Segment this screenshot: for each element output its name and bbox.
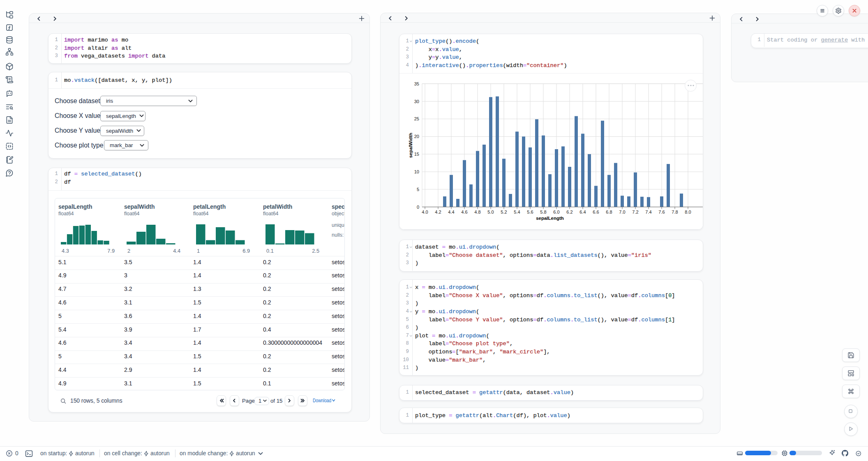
svg-text:4.0: 4.0	[422, 210, 428, 214]
svg-text:4.8: 4.8	[474, 210, 480, 214]
svg-text:4.4: 4.4	[448, 210, 454, 214]
svg-text:6.8: 6.8	[606, 210, 612, 214]
svg-text:20: 20	[414, 134, 419, 139]
svg-text:0: 0	[417, 204, 419, 209]
svg-text:sepalLength: sepalLength	[536, 216, 564, 221]
svg-text:6.2: 6.2	[566, 210, 573, 214]
svg-text:5.0: 5.0	[487, 210, 494, 214]
svg-text:7.8: 7.8	[672, 210, 678, 214]
svg-text:7.2: 7.2	[632, 210, 638, 214]
svg-text:10: 10	[414, 169, 419, 174]
svg-text:6.4: 6.4	[579, 210, 586, 214]
svg-text:6.6: 6.6	[593, 210, 599, 214]
svg-text:7.6: 7.6	[658, 210, 665, 214]
svg-text:5.8: 5.8	[540, 210, 546, 214]
svg-text:4.2: 4.2	[435, 210, 441, 214]
svg-text:15: 15	[414, 152, 419, 157]
svg-text:6.0: 6.0	[553, 210, 559, 214]
svg-text:5.4: 5.4	[514, 210, 520, 214]
svg-text:5.6: 5.6	[527, 210, 533, 214]
svg-text:sepalWidth: sepalWidth	[408, 133, 413, 158]
svg-text:7.0: 7.0	[619, 210, 625, 214]
svg-text:35: 35	[414, 81, 419, 86]
svg-text:5.2: 5.2	[501, 210, 507, 214]
svg-text:30: 30	[414, 99, 419, 104]
svg-text:4.6: 4.6	[461, 210, 467, 214]
svg-text:5: 5	[417, 187, 419, 192]
svg-text:25: 25	[414, 116, 419, 121]
svg-text:8.0: 8.0	[685, 210, 691, 214]
svg-text:7.4: 7.4	[645, 210, 651, 214]
